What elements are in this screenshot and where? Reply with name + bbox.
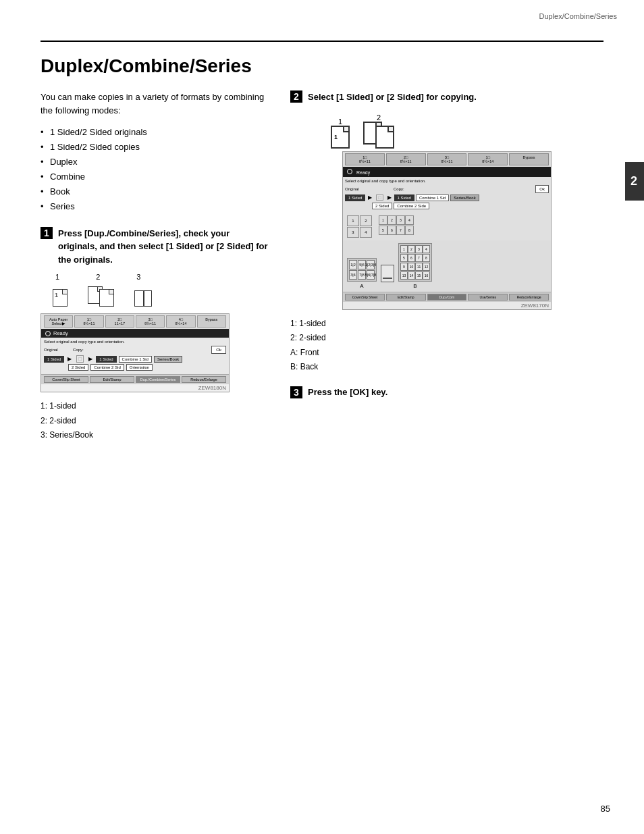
doc-icon-2b	[99, 289, 114, 307]
screen1-1sided-copy-btn[interactable]: 1 Sided	[96, 356, 116, 363]
screen2-paper1: 1□8½×11	[345, 153, 385, 165]
step1-number: 1	[41, 227, 53, 239]
caption1-2: 2: 2-sided	[41, 414, 270, 429]
diag2-doc1: 1	[331, 126, 350, 149]
screen1-1sided-btn[interactable]: 1 Sided	[44, 356, 64, 363]
screen2-bottom-tabs: Cover/Slip Sheet Edit/Stamp Dup./Com Use…	[343, 292, 551, 302]
screen2-combine1-btn[interactable]: Combine 1 Sid	[416, 194, 449, 201]
screen2-series-btn[interactable]: Series/Book	[450, 194, 479, 201]
diag2-num2: 2	[377, 113, 381, 122]
caption2-4: B: Back	[290, 360, 603, 375]
screen1-orientation-btn[interactable]: Orientation	[126, 364, 153, 371]
screen1-main: Select original and copy type and orient…	[41, 338, 229, 374]
bullet-list: 1 Sided/2 Sided originals 1 Sided/2 Side…	[41, 125, 270, 215]
diag1-num3: 3	[136, 273, 140, 281]
diag2-item1: 1 1	[331, 118, 350, 149]
screen1-2sided-row: 2 Sided Combine 2 Sid Orientation	[44, 364, 226, 371]
screen1-2sided-btn[interactable]: 2 Sided	[68, 364, 88, 371]
screen1-auto-paper: Auto PaperSelect▶	[44, 315, 73, 328]
screen1-original-row: Original Copy: Ok	[44, 346, 226, 354]
diag1-num1: 1	[55, 273, 59, 281]
caption2-3: A: Front	[290, 346, 603, 361]
section-header: Duplex/Combine/Series	[539, 12, 617, 20]
arrow-symbol2: ▶	[88, 356, 92, 362]
diag1-num2: 2	[96, 273, 100, 281]
screen1-fig-label: ZEW8180N	[41, 384, 229, 392]
two-column-layout: You can make copies in a variety of form…	[41, 90, 603, 454]
screen2-tab4[interactable]: Use/Series	[468, 294, 508, 301]
grid-1234: 1 2 3 4 5 6 7 8	[379, 215, 414, 238]
screen2-1sided-copy[interactable]: 1 Sided	[394, 194, 414, 201]
book-icon	[134, 290, 152, 307]
screen1-combine2-btn[interactable]: Combine 2 Sid	[90, 364, 124, 371]
screen2-paper3: 3□8½×11	[427, 153, 467, 165]
screen2-2sided-row: 2 Sided Combine 2 Side	[345, 203, 549, 209]
screen1-series-btn[interactable]: Series/Book	[154, 356, 182, 363]
separator	[41, 41, 603, 42]
caption1-1: 1: 1-sided	[41, 399, 270, 414]
screen1-tab-cover[interactable]: Cover/Slip Sheet	[44, 376, 88, 383]
step2-text: Select [1 Sided] or [2 Sided] for copyin…	[308, 90, 477, 104]
screen2-ok-btn[interactable]: Ok	[535, 185, 549, 193]
step1-header: 1 Press [Dup./Combine/Series], check you…	[41, 227, 270, 267]
screen1-tab-reduce[interactable]: Reduce/Enlarge	[182, 376, 226, 383]
screen2-label-row: Original Copy: Ok	[345, 185, 549, 193]
screen2-ready-text: Ready	[356, 170, 370, 175]
screen2-tab5[interactable]: Reduce/Enlarge	[509, 294, 549, 301]
caption2-1: 1: 1-sided	[290, 317, 603, 332]
header-title: Duplex/Combine/Series	[539, 12, 617, 20]
screen1-ok-btn[interactable]: Ok	[211, 346, 226, 354]
screen1-copy-label: Copy:	[73, 348, 90, 352]
doc-icon-1: 1	[53, 289, 68, 307]
step1-text: Press [Dup./Combine/Series], check your …	[58, 227, 270, 267]
diagram1: 1 2 3 1	[41, 273, 270, 307]
tray-a-group: 1|2 5|6 1|2|3|4 3|4 7|8 5|6|7|8	[347, 258, 377, 289]
step3-text: Press the [OK] key.	[308, 386, 387, 399]
screen1-paper2: 2□11×17	[105, 315, 134, 328]
screen1-tab-edit[interactable]: Edit/Stamp	[90, 376, 134, 383]
list-item: Combine	[41, 170, 270, 184]
screen2-bypass: Bypass	[509, 153, 549, 165]
intro-text: You can make copies in a variety of form…	[41, 90, 270, 117]
arrow-symbol: ▶	[68, 356, 72, 362]
screen2-ready-bar: Ready	[343, 167, 551, 177]
screen1-combine1-btn[interactable]: Combine 1 Sid	[119, 356, 152, 363]
screen1-orig-label: Original	[44, 348, 71, 352]
chapter-tab: 2	[625, 162, 644, 201]
ready-indicator	[45, 331, 51, 336]
screen2-grids: 1 2 3 4 1 2	[343, 213, 551, 240]
step2-block: 2 Select [1 Sided] or [2 Sided] for copy…	[290, 90, 603, 375]
screen2-2sided-btn[interactable]: 2 Sided	[372, 203, 392, 209]
right-column: 2 Select [1 Sided] or [2 Sided] for copy…	[290, 90, 603, 454]
screen1-paper3: 3□8½×11	[136, 315, 165, 328]
screen2-tab1[interactable]: Cover/Slip Sheet	[345, 294, 385, 301]
list-item: Book	[41, 184, 270, 199]
screen2-1sided-orig[interactable]: 1 Sided	[345, 194, 365, 201]
list-item: 1 Sided/2 Sided originals	[41, 125, 270, 140]
diagram1-captions: 1: 1-sided 2: 2-sided 3: Series/Book	[41, 399, 270, 443]
paper-tray-icon	[381, 265, 394, 282]
diagram2-captions: 1: 1-sided 2: 2-sided A: Front B: Back	[290, 317, 603, 375]
screen1-bottom-tabs: Cover/Slip Sheet Edit/Stamp Dup./Combine…	[41, 374, 229, 384]
screen2-ready-circle	[347, 169, 352, 174]
tray-b-label: B	[413, 283, 417, 289]
screen1-tab-dup[interactable]: Dup./Combine/Series	[136, 376, 180, 383]
tray-a-label: A	[360, 283, 363, 289]
screen2-paper2: 2□8½×11	[386, 153, 426, 165]
screen2-sided-row: 1 Sided ▶ □ ▶ 1 Sided Combine 1 Sid Seri…	[345, 194, 549, 201]
screen1-paper-btns: Auto PaperSelect▶ 1□8½×11 2□11×17 3□8½×1…	[41, 314, 229, 329]
tray-b-group: 1 2 3 4 5 6 7 8	[398, 243, 432, 289]
screen2-main: Select original and copy type and orient…	[343, 177, 551, 213]
page-number: 85	[601, 804, 610, 814]
page-title: Duplex/Combine/Series	[41, 55, 603, 77]
screen2-paper4: 1□8½×14	[468, 153, 508, 165]
screen2-tab3[interactable]: Dup./Com	[427, 294, 467, 301]
screen2-tab2[interactable]: Edit/Stamp	[386, 294, 426, 301]
diag2-item2: 2	[363, 113, 394, 149]
screen2-combine2-btn[interactable]: Combine 2 Side	[394, 203, 429, 209]
screen2-desc: Select original and copy type and orient…	[345, 179, 549, 183]
step2-number: 2	[290, 90, 302, 103]
content-area: Duplex/Combine/Series You can make copie…	[41, 41, 603, 454]
screen1-ready-bar: Ready	[41, 329, 229, 338]
screen1-sided-row: 1 Sided ▶ □ ▶ 1 Sided Combine 1 Sid Seri…	[44, 355, 226, 363]
